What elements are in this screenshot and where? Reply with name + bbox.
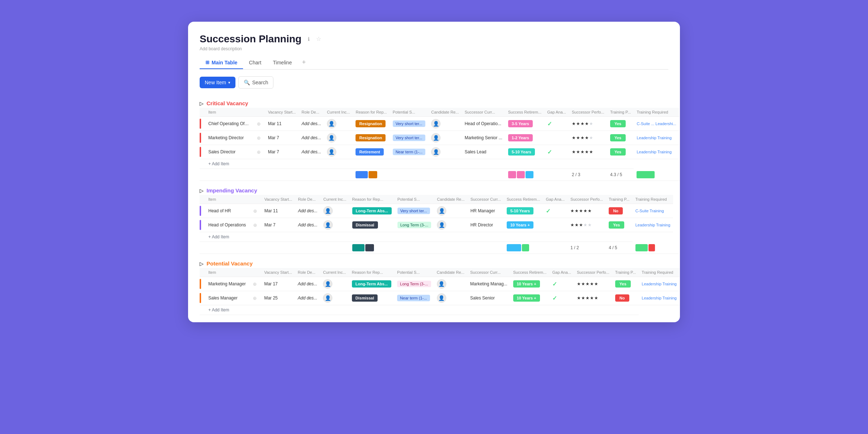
- section-collapse-icon[interactable]: ▷: [200, 188, 204, 193]
- candidate-avatar: 👤: [437, 220, 446, 230]
- tabs-row: ⊞ Main Table Chart Timeline +: [200, 56, 668, 70]
- tab-main-table[interactable]: ⊞ Main Table: [200, 57, 243, 69]
- potential-badge: Very short ter...: [397, 208, 430, 214]
- info-icon[interactable]: ℹ: [305, 35, 312, 43]
- search-button[interactable]: 🔍 Search: [238, 76, 273, 89]
- successor-cell: Head of Operatio...: [462, 117, 505, 131]
- successor-cell: HR Manager: [468, 204, 504, 218]
- years-badge: 1-2 Years: [508, 134, 533, 141]
- col-add: [249, 195, 261, 204]
- add-item-row[interactable]: + Add Item: [200, 232, 679, 242]
- section-title-critical[interactable]: Critical Vacancy: [207, 100, 248, 106]
- summary-bar: [507, 244, 521, 251]
- critical-vacancy-table: Item Vacancy Start... Role De... Current…: [200, 108, 680, 181]
- tab-chart[interactable]: Chart: [243, 57, 267, 69]
- board-description[interactable]: Add board description: [200, 46, 668, 51]
- row-name[interactable]: Sales Director: [205, 145, 252, 159]
- potential-badge: Near term (1-...: [393, 149, 426, 155]
- section-collapse-icon[interactable]: ▷: [200, 101, 204, 106]
- vacancy-start: Mar 7: [265, 145, 299, 159]
- row-name[interactable]: Chief Operating Offi...: [205, 117, 252, 131]
- row-name[interactable]: Head of Operations: [205, 218, 249, 232]
- page-header: Succession Planning ℹ ☆ Add board descri…: [200, 33, 668, 51]
- section-title-potential[interactable]: Potential Vacancy: [207, 260, 253, 267]
- col-reason: Reason for Rep...: [349, 268, 394, 277]
- vacancy-start: Mar 17: [261, 277, 295, 291]
- training-badge: Yes: [610, 148, 626, 156]
- role-desc[interactable]: Add des...: [295, 218, 320, 232]
- row-add-icon[interactable]: ⊕: [252, 222, 259, 229]
- row-name[interactable]: Marketing Manager: [205, 277, 248, 291]
- summary-row: 1 / 2 4 / 5: [200, 242, 679, 254]
- row-name[interactable]: Head of HR: [205, 204, 249, 218]
- col-role-desc: Role De...: [299, 108, 324, 117]
- training-badge: Yes: [610, 120, 626, 127]
- training-link[interactable]: Leadership Training: [642, 282, 677, 286]
- role-desc[interactable]: Add des...: [295, 204, 320, 218]
- summary-bar: [517, 171, 525, 178]
- col-perf: Successor Perfo...: [567, 195, 606, 204]
- add-item-label[interactable]: + Add Item: [205, 159, 634, 169]
- successor-cell: Sales Senior: [467, 291, 510, 305]
- role-desc[interactable]: Add des...: [299, 145, 324, 159]
- candidate-avatar: 👤: [437, 279, 446, 289]
- successor-cell: HR Director: [468, 218, 504, 232]
- training-badge: Yes: [609, 221, 624, 229]
- col-candidate: Candidate Re...: [434, 195, 467, 204]
- row-name[interactable]: Marketing Director: [205, 131, 252, 145]
- successor-cell: Marketing Senior ...: [462, 131, 505, 145]
- training-link[interactable]: Leadership Training: [637, 136, 672, 140]
- training-link[interactable]: C-Suite ... Leadershi...: [637, 122, 676, 126]
- stars-cell: ★★★★★: [569, 117, 607, 131]
- col-current-inc: Current Inc...: [320, 195, 349, 204]
- tab-timeline[interactable]: Timeline: [267, 57, 298, 69]
- col-reason: Reason for Rep...: [353, 108, 390, 117]
- row-name[interactable]: Sales Manager: [205, 291, 248, 305]
- training-link[interactable]: Leadership Training: [642, 296, 677, 300]
- star-icon[interactable]: ☆: [316, 35, 323, 43]
- section-collapse-icon[interactable]: ▷: [200, 261, 204, 267]
- role-desc[interactable]: Add des...: [299, 131, 324, 145]
- add-item-label[interactable]: + Add Item: [205, 232, 633, 242]
- page-title: Succession Planning: [200, 33, 302, 45]
- col-item: Item: [205, 268, 248, 277]
- potential-badge: Long Term (3-...: [397, 222, 431, 228]
- summary-bar: [369, 171, 377, 178]
- role-desc[interactable]: Add des...: [295, 291, 320, 305]
- row-add-icon[interactable]: ⊕: [251, 281, 258, 288]
- col-training-req: Training Required: [639, 268, 680, 277]
- role-desc[interactable]: Add des...: [295, 277, 320, 291]
- role-desc[interactable]: Add des...: [299, 117, 324, 131]
- training-link[interactable]: C-Suite Training: [635, 209, 664, 213]
- col-training-p: Training P...: [612, 268, 639, 277]
- col-training-p: Training P...: [606, 195, 632, 204]
- summary-rating: 4.3 / 5: [610, 172, 622, 177]
- new-item-button[interactable]: New Item ▾: [200, 77, 235, 88]
- row-add-icon[interactable]: ⊕: [251, 295, 258, 302]
- vacancy-start: Mar 7: [261, 218, 295, 232]
- row-add-icon[interactable]: ⊕: [252, 208, 259, 214]
- col-current-inc: Current Inc...: [324, 108, 353, 117]
- avatar: 👤: [327, 147, 336, 157]
- search-icon: 🔍: [244, 80, 250, 85]
- add-item-row[interactable]: + Add Item: [200, 159, 680, 169]
- section-title-impending[interactable]: Impending Vacancy: [207, 187, 257, 193]
- table-row: Chief Operating Offi... ⊕ Mar 11 Add des…: [200, 117, 680, 131]
- row-add-icon[interactable]: ⊕: [255, 120, 262, 127]
- years-badge: 10 Years +: [513, 294, 540, 302]
- row-add-icon[interactable]: ⊕: [255, 149, 262, 156]
- training-link[interactable]: Leadership Training: [635, 223, 671, 227]
- stars-cell: ★★★★★: [574, 291, 612, 305]
- avatar: 👤: [323, 279, 332, 289]
- tab-add[interactable]: +: [298, 56, 310, 69]
- add-item-row[interactable]: + Add Item: [200, 305, 680, 315]
- table-row: Marketing Director ⊕ Mar 7 Add des... 👤 …: [200, 131, 680, 145]
- candidate-avatar: 👤: [437, 293, 446, 303]
- candidate-avatar: 👤: [431, 119, 441, 128]
- reason-badge: Dismissal: [352, 221, 378, 229]
- training-link[interactable]: Leadership Training: [637, 150, 672, 154]
- section-potential-vacancy: ▷ Potential Vacancy Item Vacancy Start..…: [200, 258, 668, 315]
- row-add-icon[interactable]: ⊕: [255, 135, 262, 141]
- add-item-label[interactable]: + Add Item: [205, 305, 639, 315]
- app-container: Succession Planning ℹ ☆ Add board descri…: [188, 22, 680, 322]
